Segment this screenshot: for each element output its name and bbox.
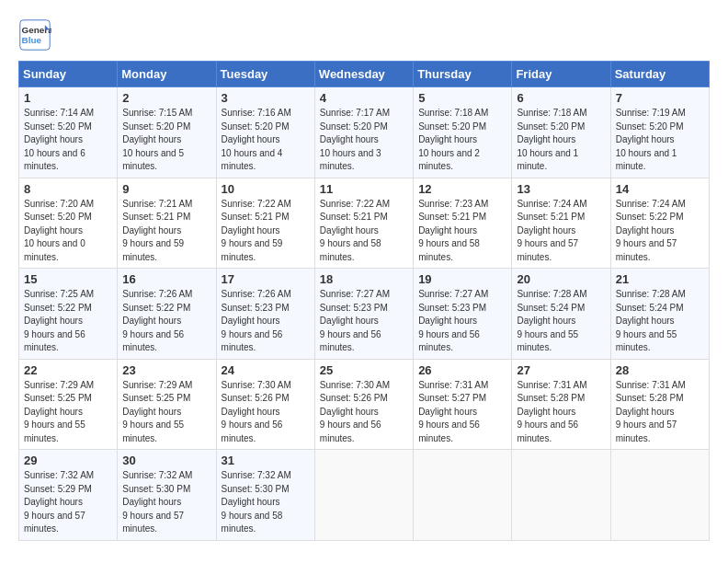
day-cell: 23 Sunrise: 7:29 AM Sunset: 5:25 PM Dayl… bbox=[118, 359, 216, 450]
day-cell: 14 Sunrise: 7:24 AM Sunset: 5:22 PM Dayl… bbox=[610, 178, 709, 269]
day-cell bbox=[414, 450, 512, 541]
day-cell: 4 Sunrise: 7:17 AM Sunset: 5:20 PM Dayli… bbox=[314, 87, 413, 178]
day-cell: 11 Sunrise: 7:22 AM Sunset: 5:21 PM Dayl… bbox=[314, 178, 413, 269]
day-number: 10 bbox=[222, 182, 310, 196]
day-number: 31 bbox=[222, 454, 310, 467]
day-info: Sunrise: 7:31 AM Sunset: 5:28 PM Dayligh… bbox=[616, 379, 704, 446]
svg-text:Blue: Blue bbox=[22, 35, 42, 45]
day-cell: 30 Sunrise: 7:32 AM Sunset: 5:30 PM Dayl… bbox=[118, 450, 216, 541]
day-number: 14 bbox=[616, 182, 704, 196]
day-number: 26 bbox=[418, 363, 506, 377]
day-cell: 19 Sunrise: 7:27 AM Sunset: 5:23 PM Dayl… bbox=[414, 269, 512, 360]
header-monday: Monday bbox=[118, 62, 216, 87]
day-number: 12 bbox=[418, 182, 506, 196]
day-number: 28 bbox=[616, 363, 704, 377]
day-info: Sunrise: 7:32 AM Sunset: 5:29 PM Dayligh… bbox=[24, 469, 112, 536]
day-cell: 9 Sunrise: 7:21 AM Sunset: 5:21 PM Dayli… bbox=[118, 178, 216, 269]
day-info: Sunrise: 7:29 AM Sunset: 5:25 PM Dayligh… bbox=[122, 379, 210, 446]
page-header: General Blue bbox=[18, 18, 710, 52]
header-sunday: Sunday bbox=[19, 62, 118, 87]
day-info: Sunrise: 7:26 AM Sunset: 5:23 PM Dayligh… bbox=[222, 288, 310, 355]
day-number: 25 bbox=[320, 363, 408, 377]
day-number: 23 bbox=[122, 363, 210, 377]
day-info: Sunrise: 7:30 AM Sunset: 5:26 PM Dayligh… bbox=[222, 379, 310, 446]
day-info: Sunrise: 7:20 AM Sunset: 5:20 PM Dayligh… bbox=[24, 198, 112, 265]
day-cell: 6 Sunrise: 7:18 AM Sunset: 5:20 PM Dayli… bbox=[512, 87, 610, 178]
day-cell: 24 Sunrise: 7:30 AM Sunset: 5:26 PM Dayl… bbox=[216, 359, 314, 450]
day-info: Sunrise: 7:32 AM Sunset: 5:30 PM Dayligh… bbox=[222, 469, 310, 536]
day-info: Sunrise: 7:32 AM Sunset: 5:30 PM Dayligh… bbox=[122, 469, 210, 536]
day-cell: 22 Sunrise: 7:29 AM Sunset: 5:25 PM Dayl… bbox=[19, 359, 118, 450]
day-cell: 18 Sunrise: 7:27 AM Sunset: 5:23 PM Dayl… bbox=[314, 269, 413, 360]
day-cell: 5 Sunrise: 7:18 AM Sunset: 5:20 PM Dayli… bbox=[414, 87, 512, 178]
day-cell: 16 Sunrise: 7:26 AM Sunset: 5:22 PM Dayl… bbox=[118, 269, 216, 360]
day-cell: 28 Sunrise: 7:31 AM Sunset: 5:28 PM Dayl… bbox=[610, 359, 709, 450]
day-cell: 15 Sunrise: 7:25 AM Sunset: 5:22 PM Dayl… bbox=[19, 269, 118, 360]
week-row-1: 1 Sunrise: 7:14 AM Sunset: 5:20 PM Dayli… bbox=[19, 87, 710, 178]
day-info: Sunrise: 7:22 AM Sunset: 5:21 PM Dayligh… bbox=[222, 198, 310, 265]
logo: General Blue bbox=[18, 18, 57, 52]
svg-text:General: General bbox=[22, 25, 51, 35]
day-cell: 20 Sunrise: 7:28 AM Sunset: 5:24 PM Dayl… bbox=[512, 269, 610, 360]
day-info: Sunrise: 7:25 AM Sunset: 5:22 PM Dayligh… bbox=[24, 288, 112, 355]
day-number: 5 bbox=[418, 91, 506, 105]
day-info: Sunrise: 7:30 AM Sunset: 5:26 PM Dayligh… bbox=[320, 379, 408, 446]
day-cell: 27 Sunrise: 7:31 AM Sunset: 5:28 PM Dayl… bbox=[512, 359, 610, 450]
day-number: 1 bbox=[24, 91, 112, 105]
day-number: 18 bbox=[320, 272, 408, 286]
day-cell: 25 Sunrise: 7:30 AM Sunset: 5:26 PM Dayl… bbox=[314, 359, 413, 450]
day-cell: 7 Sunrise: 7:19 AM Sunset: 5:20 PM Dayli… bbox=[610, 87, 709, 178]
day-cell: 2 Sunrise: 7:15 AM Sunset: 5:20 PM Dayli… bbox=[118, 87, 216, 178]
day-number: 17 bbox=[222, 272, 310, 286]
day-cell: 8 Sunrise: 7:20 AM Sunset: 5:20 PM Dayli… bbox=[19, 178, 118, 269]
day-number: 16 bbox=[122, 272, 210, 286]
day-number: 20 bbox=[517, 272, 605, 286]
day-info: Sunrise: 7:22 AM Sunset: 5:21 PM Dayligh… bbox=[320, 198, 408, 265]
week-row-4: 22 Sunrise: 7:29 AM Sunset: 5:25 PM Dayl… bbox=[19, 359, 710, 450]
day-cell: 17 Sunrise: 7:26 AM Sunset: 5:23 PM Dayl… bbox=[216, 269, 314, 360]
day-cell: 12 Sunrise: 7:23 AM Sunset: 5:21 PM Dayl… bbox=[414, 178, 512, 269]
header-wednesday: Wednesday bbox=[314, 62, 413, 87]
day-number: 11 bbox=[320, 182, 408, 196]
day-info: Sunrise: 7:31 AM Sunset: 5:28 PM Dayligh… bbox=[517, 379, 605, 446]
header-friday: Friday bbox=[512, 62, 610, 87]
day-info: Sunrise: 7:23 AM Sunset: 5:21 PM Dayligh… bbox=[418, 198, 506, 265]
week-row-5: 29 Sunrise: 7:32 AM Sunset: 5:29 PM Dayl… bbox=[19, 450, 710, 541]
day-info: Sunrise: 7:27 AM Sunset: 5:23 PM Dayligh… bbox=[320, 288, 408, 355]
day-info: Sunrise: 7:21 AM Sunset: 5:21 PM Dayligh… bbox=[122, 198, 210, 265]
logo-icon: General Blue bbox=[18, 18, 51, 52]
day-number: 22 bbox=[24, 363, 112, 377]
day-number: 15 bbox=[24, 272, 112, 286]
day-cell: 21 Sunrise: 7:28 AM Sunset: 5:24 PM Dayl… bbox=[610, 269, 709, 360]
day-number: 4 bbox=[320, 91, 408, 105]
day-cell: 26 Sunrise: 7:31 AM Sunset: 5:27 PM Dayl… bbox=[414, 359, 512, 450]
day-number: 24 bbox=[222, 363, 310, 377]
day-number: 2 bbox=[122, 91, 210, 105]
day-info: Sunrise: 7:24 AM Sunset: 5:21 PM Dayligh… bbox=[517, 198, 605, 265]
day-number: 30 bbox=[122, 454, 210, 467]
day-cell bbox=[314, 450, 413, 541]
day-info: Sunrise: 7:17 AM Sunset: 5:20 PM Dayligh… bbox=[320, 107, 408, 174]
day-cell: 10 Sunrise: 7:22 AM Sunset: 5:21 PM Dayl… bbox=[216, 178, 314, 269]
day-info: Sunrise: 7:18 AM Sunset: 5:20 PM Dayligh… bbox=[517, 107, 605, 174]
day-cell bbox=[610, 450, 709, 541]
header-thursday: Thursday bbox=[414, 62, 512, 87]
calendar-table: SundayMondayTuesdayWednesdayThursdayFrid… bbox=[18, 61, 710, 541]
day-cell: 3 Sunrise: 7:16 AM Sunset: 5:20 PM Dayli… bbox=[216, 87, 314, 178]
week-row-3: 15 Sunrise: 7:25 AM Sunset: 5:22 PM Dayl… bbox=[19, 269, 710, 360]
day-number: 3 bbox=[222, 91, 310, 105]
day-cell bbox=[512, 450, 610, 541]
day-cell: 29 Sunrise: 7:32 AM Sunset: 5:29 PM Dayl… bbox=[19, 450, 118, 541]
day-number: 13 bbox=[517, 182, 605, 196]
day-cell: 31 Sunrise: 7:32 AM Sunset: 5:30 PM Dayl… bbox=[216, 450, 314, 541]
day-info: Sunrise: 7:29 AM Sunset: 5:25 PM Dayligh… bbox=[24, 379, 112, 446]
day-info: Sunrise: 7:31 AM Sunset: 5:27 PM Dayligh… bbox=[418, 379, 506, 446]
day-info: Sunrise: 7:27 AM Sunset: 5:23 PM Dayligh… bbox=[418, 288, 506, 355]
day-info: Sunrise: 7:16 AM Sunset: 5:20 PM Dayligh… bbox=[222, 107, 310, 174]
day-number: 6 bbox=[517, 91, 605, 105]
header-tuesday: Tuesday bbox=[216, 62, 314, 87]
header-saturday: Saturday bbox=[610, 62, 709, 87]
day-info: Sunrise: 7:24 AM Sunset: 5:22 PM Dayligh… bbox=[616, 198, 704, 265]
day-info: Sunrise: 7:28 AM Sunset: 5:24 PM Dayligh… bbox=[517, 288, 605, 355]
day-number: 7 bbox=[616, 91, 704, 105]
